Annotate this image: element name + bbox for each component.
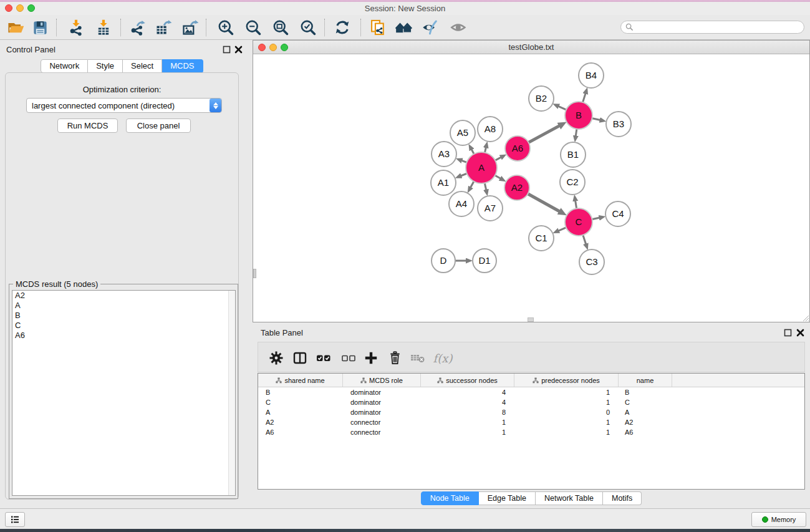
graph-edge-A6-B[interactable]: [527, 126, 559, 143]
table-row[interactable]: B dominator 4 1 B: [258, 387, 804, 397]
graph-edge-A2-C[interactable]: [526, 193, 560, 211]
table-row[interactable]: A dominator 8 0 A: [258, 407, 804, 417]
graph-node-A1[interactable]: A1: [431, 170, 456, 195]
zoom-network-window-button[interactable]: [281, 44, 288, 51]
status-bar: Memory: [0, 508, 810, 529]
graph-node-C2[interactable]: C2: [560, 170, 585, 195]
graph-node-B3[interactable]: B3: [606, 112, 631, 137]
minimize-window-button[interactable]: [16, 4, 24, 12]
new-network-from-selection-button[interactable]: [367, 17, 389, 38]
close-panel-icon[interactable]: [234, 46, 243, 54]
delete-table-button[interactable]: [407, 347, 428, 369]
create-column-button[interactable]: [360, 347, 382, 369]
optimization-criterion-select[interactable]: largest connected component (directed): [26, 98, 222, 113]
refresh-button[interactable]: [331, 17, 354, 38]
tab-mcds[interactable]: MCDS: [162, 59, 203, 73]
delete-column-button[interactable]: [384, 347, 405, 369]
select-all-columns-button[interactable]: [313, 347, 334, 369]
table-settings-button[interactable]: [266, 347, 287, 369]
graph-node-label: C: [576, 216, 582, 227]
tab-network[interactable]: Network: [41, 59, 88, 73]
run-mcds-button[interactable]: Run MCDS: [57, 118, 118, 133]
control-panel-tabs: Network Style Select MCDS: [0, 59, 244, 73]
open-session-button[interactable]: [5, 17, 27, 38]
save-session-button[interactable]: [29, 17, 51, 38]
table-row[interactable]: C dominator 4 1 C: [258, 397, 804, 407]
deselect-all-columns-button[interactable]: [338, 347, 359, 369]
zoom-out-button[interactable]: [242, 17, 264, 38]
zoom-selected-button[interactable]: [297, 17, 319, 38]
show-all-button[interactable]: [448, 17, 470, 38]
graph-node-A7[interactable]: A7: [478, 196, 503, 221]
export-image-button[interactable]: [179, 17, 201, 38]
import-network-button[interactable]: [65, 17, 87, 38]
function-builder-button[interactable]: f(x): [429, 347, 456, 369]
search-input[interactable]: [634, 22, 804, 32]
graph-node-B2[interactable]: B2: [529, 86, 554, 111]
tab-select[interactable]: Select: [123, 59, 162, 73]
graph-node-B1[interactable]: B1: [561, 142, 586, 167]
float-table-panel-icon[interactable]: [784, 329, 792, 337]
graph-node-A[interactable]: A: [466, 152, 497, 183]
column-header-successor-nodes[interactable]: successor nodes: [421, 374, 514, 387]
window-title: Session: New Session: [0, 2, 810, 15]
table-row[interactable]: A6 connector 1 1 A6: [258, 427, 804, 437]
tab-node-table[interactable]: Node Table: [421, 491, 479, 505]
graph-node-D1[interactable]: D1: [473, 249, 496, 273]
graph-node-A5[interactable]: A5: [450, 120, 475, 145]
network-canvas[interactable]: B4B2BB3A8A5A6A3B1AC2A1A2A4A7C4CC1DD1C3: [253, 55, 809, 322]
tab-motifs[interactable]: Motifs: [603, 491, 642, 505]
task-history-button[interactable]: [5, 512, 25, 527]
graph-node-C4[interactable]: C4: [605, 201, 630, 226]
close-table-panel-icon[interactable]: [796, 329, 804, 337]
tab-edge-table[interactable]: Edge Table: [479, 491, 536, 505]
graph-node-B[interactable]: B: [565, 102, 592, 129]
close-window-button[interactable]: [5, 4, 12, 12]
result-item[interactable]: A: [12, 301, 235, 311]
result-scrollbar[interactable]: [228, 291, 235, 495]
graph-node-label: A1: [438, 177, 449, 188]
zoom-out-icon: [244, 19, 262, 36]
export-network-button[interactable]: [126, 17, 148, 38]
result-item[interactable]: C: [12, 321, 235, 331]
float-panel-icon[interactable]: [223, 46, 231, 54]
close-panel-button[interactable]: Close panel: [126, 118, 191, 133]
network-vscroll-thumb[interactable]: [253, 269, 256, 278]
resize-grip[interactable]: [801, 313, 809, 322]
zoom-in-button[interactable]: [215, 17, 237, 38]
column-header-name[interactable]: name: [619, 374, 672, 387]
close-network-window-button[interactable]: [258, 44, 266, 51]
import-table-button[interactable]: [92, 17, 115, 38]
result-item[interactable]: A2: [12, 291, 235, 301]
tab-style[interactable]: Style: [88, 59, 123, 73]
graph-node-C1[interactable]: C1: [529, 226, 554, 251]
graph-node-C3[interactable]: C3: [579, 249, 604, 274]
cell-predecessor-nodes: 0: [514, 407, 619, 417]
graph-node-A2[interactable]: A2: [504, 175, 529, 200]
zoom-fit-button[interactable]: [269, 17, 292, 38]
column-header-predecessor-nodes[interactable]: predecessor nodes: [514, 374, 619, 387]
memory-button[interactable]: Memory: [751, 512, 806, 527]
graph-node-D[interactable]: D: [432, 249, 455, 273]
export-table-button[interactable]: [152, 17, 175, 38]
hide-selected-button[interactable]: [419, 17, 441, 38]
result-item[interactable]: A6: [12, 331, 235, 341]
table-row[interactable]: A2 connector 1 1 A2: [258, 417, 804, 427]
zoom-fit-icon: [272, 19, 289, 36]
first-neighbors-icon: [395, 19, 413, 36]
column-header-shared-name[interactable]: shared name: [258, 374, 343, 387]
column-header-mcds-role[interactable]: MCDS role: [343, 374, 421, 387]
zoom-window-button[interactable]: [27, 4, 35, 12]
first-neighbors-button[interactable]: [393, 17, 415, 38]
graph-node-A6[interactable]: A6: [505, 136, 530, 161]
network-hscroll-thumb[interactable]: [528, 317, 534, 322]
result-item[interactable]: B: [12, 311, 235, 321]
graph-node-B4[interactable]: B4: [579, 63, 604, 88]
show-column-panel-button[interactable]: [289, 347, 311, 369]
graph-node-A8[interactable]: A8: [478, 117, 503, 142]
minimize-network-window-button[interactable]: [269, 44, 277, 51]
graph-node-C[interactable]: C: [565, 208, 592, 236]
graph-node-A4[interactable]: A4: [449, 191, 474, 216]
tab-network-table[interactable]: Network Table: [536, 491, 603, 505]
graph-node-A3[interactable]: A3: [432, 142, 456, 167]
